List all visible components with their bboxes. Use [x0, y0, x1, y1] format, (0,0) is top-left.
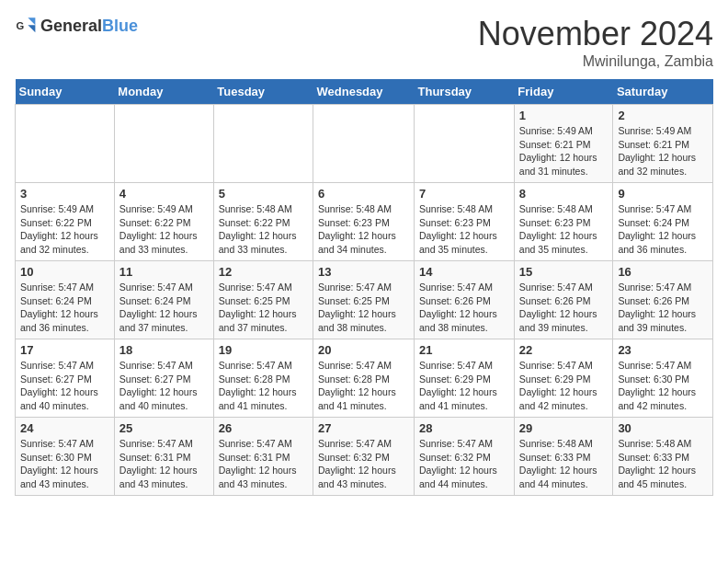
day-number: 11 — [119, 265, 209, 279]
calendar-cell: 13Sunrise: 5:47 AM Sunset: 6:25 PM Dayli… — [313, 261, 415, 339]
calendar-cell: 9Sunrise: 5:47 AM Sunset: 6:24 PM Daylig… — [613, 183, 713, 261]
calendar-cell: 23Sunrise: 5:47 AM Sunset: 6:30 PM Dayli… — [613, 339, 713, 418]
logo-text-general: General — [40, 17, 102, 35]
day-details: Sunrise: 5:48 AM Sunset: 6:23 PM Dayligh… — [519, 202, 609, 257]
day-number: 1 — [519, 109, 609, 122]
calendar-week-row: 17Sunrise: 5:47 AM Sunset: 6:27 PM Dayli… — [16, 339, 713, 418]
calendar-cell: 14Sunrise: 5:47 AM Sunset: 6:26 PM Dayli… — [415, 261, 515, 339]
day-details: Sunrise: 5:47 AM Sunset: 6:32 PM Dayligh… — [419, 437, 509, 491]
day-number: 14 — [419, 265, 509, 279]
calendar-cell: 6Sunrise: 5:48 AM Sunset: 6:23 PM Daylig… — [313, 183, 415, 261]
calendar-cell — [415, 105, 515, 183]
day-details: Sunrise: 5:47 AM Sunset: 6:30 PM Dayligh… — [618, 359, 708, 413]
calendar-cell: 11Sunrise: 5:47 AM Sunset: 6:24 PM Dayli… — [114, 261, 213, 339]
day-number: 5 — [219, 187, 308, 201]
day-number: 6 — [318, 187, 409, 201]
calendar-cell: 18Sunrise: 5:47 AM Sunset: 6:27 PM Dayli… — [114, 339, 213, 418]
day-number: 7 — [419, 187, 509, 201]
calendar-cell: 28Sunrise: 5:47 AM Sunset: 6:32 PM Dayli… — [415, 418, 515, 496]
day-details: Sunrise: 5:48 AM Sunset: 6:33 PM Dayligh… — [519, 437, 609, 491]
calendar-cell: 24Sunrise: 5:47 AM Sunset: 6:30 PM Dayli… — [16, 418, 115, 496]
day-details: Sunrise: 5:47 AM Sunset: 6:26 PM Dayligh… — [419, 281, 509, 335]
calendar-cell: 21Sunrise: 5:47 AM Sunset: 6:29 PM Dayli… — [415, 339, 515, 418]
day-details: Sunrise: 5:49 AM Sunset: 6:21 PM Dayligh… — [618, 124, 708, 178]
day-details: Sunrise: 5:47 AM Sunset: 6:24 PM Dayligh… — [20, 281, 109, 335]
calendar-table: SundayMondayTuesdayWednesdayThursdayFrid… — [15, 79, 713, 496]
calendar-cell: 19Sunrise: 5:47 AM Sunset: 6:28 PM Dayli… — [213, 339, 313, 418]
calendar-cell: 5Sunrise: 5:48 AM Sunset: 6:22 PM Daylig… — [213, 183, 313, 261]
location-subtitle: Mwinilunga, Zambia — [478, 53, 713, 70]
day-number: 3 — [20, 187, 109, 201]
day-details: Sunrise: 5:47 AM Sunset: 6:28 PM Dayligh… — [219, 359, 308, 413]
day-details: Sunrise: 5:47 AM Sunset: 6:32 PM Dayligh… — [318, 437, 409, 491]
day-number: 18 — [119, 343, 209, 357]
day-number: 4 — [119, 187, 209, 201]
day-number: 23 — [618, 343, 708, 357]
day-number: 10 — [20, 265, 109, 279]
calendar-cell: 17Sunrise: 5:47 AM Sunset: 6:27 PM Dayli… — [16, 339, 115, 418]
calendar-cell: 30Sunrise: 5:48 AM Sunset: 6:33 PM Dayli… — [613, 418, 713, 496]
calendar-header-saturday: Saturday — [613, 79, 713, 105]
calendar-cell — [313, 105, 415, 183]
title-area: November 2024 Mwinilunga, Zambia — [478, 15, 713, 70]
calendar-cell: 26Sunrise: 5:47 AM Sunset: 6:31 PM Dayli… — [213, 418, 313, 496]
day-number: 13 — [318, 265, 409, 279]
calendar-cell: 8Sunrise: 5:48 AM Sunset: 6:23 PM Daylig… — [514, 183, 613, 261]
logo: G GeneralBlue — [15, 15, 138, 37]
calendar-cell: 20Sunrise: 5:47 AM Sunset: 6:28 PM Dayli… — [313, 339, 415, 418]
day-number: 21 — [419, 343, 509, 357]
day-number: 16 — [618, 265, 708, 279]
day-details: Sunrise: 5:47 AM Sunset: 6:29 PM Dayligh… — [519, 359, 609, 413]
day-number: 25 — [119, 421, 209, 435]
day-number: 2 — [618, 109, 708, 122]
calendar-cell: 1Sunrise: 5:49 AM Sunset: 6:21 PM Daylig… — [514, 105, 613, 183]
day-details: Sunrise: 5:47 AM Sunset: 6:28 PM Dayligh… — [318, 359, 409, 413]
calendar-cell: 25Sunrise: 5:47 AM Sunset: 6:31 PM Dayli… — [114, 418, 213, 496]
day-details: Sunrise: 5:47 AM Sunset: 6:24 PM Dayligh… — [618, 202, 708, 257]
day-details: Sunrise: 5:47 AM Sunset: 6:29 PM Dayligh… — [419, 359, 509, 413]
day-details: Sunrise: 5:48 AM Sunset: 6:22 PM Dayligh… — [219, 202, 308, 257]
calendar-week-row: 3Sunrise: 5:49 AM Sunset: 6:22 PM Daylig… — [16, 183, 713, 261]
day-number: 28 — [419, 421, 509, 435]
day-number: 26 — [219, 421, 308, 435]
day-number: 29 — [519, 421, 609, 435]
day-details: Sunrise: 5:47 AM Sunset: 6:31 PM Dayligh… — [219, 437, 308, 491]
day-number: 8 — [519, 187, 609, 201]
day-details: Sunrise: 5:47 AM Sunset: 6:24 PM Dayligh… — [119, 281, 209, 335]
calendar-cell — [114, 105, 213, 183]
calendar-week-row: 10Sunrise: 5:47 AM Sunset: 6:24 PM Dayli… — [16, 261, 713, 339]
calendar-header-thursday: Thursday — [415, 79, 515, 105]
calendar-cell: 29Sunrise: 5:48 AM Sunset: 6:33 PM Dayli… — [514, 418, 613, 496]
day-number: 15 — [519, 265, 609, 279]
svg-text:G: G — [17, 20, 25, 31]
day-details: Sunrise: 5:49 AM Sunset: 6:22 PM Dayligh… — [119, 202, 209, 257]
day-number: 27 — [318, 421, 409, 435]
day-number: 30 — [618, 421, 708, 435]
day-details: Sunrise: 5:47 AM Sunset: 6:31 PM Dayligh… — [119, 437, 209, 491]
calendar-header-monday: Monday — [114, 79, 213, 105]
calendar-cell: 12Sunrise: 5:47 AM Sunset: 6:25 PM Dayli… — [213, 261, 313, 339]
day-details: Sunrise: 5:47 AM Sunset: 6:25 PM Dayligh… — [219, 281, 308, 335]
day-number: 9 — [618, 187, 708, 201]
day-details: Sunrise: 5:49 AM Sunset: 6:22 PM Dayligh… — [20, 202, 109, 257]
day-details: Sunrise: 5:47 AM Sunset: 6:25 PM Dayligh… — [318, 281, 409, 335]
logo-text-blue: Blue — [102, 17, 138, 35]
calendar-header-wednesday: Wednesday — [313, 79, 415, 105]
day-number: 20 — [318, 343, 409, 357]
day-details: Sunrise: 5:49 AM Sunset: 6:21 PM Dayligh… — [519, 124, 609, 178]
day-number: 17 — [20, 343, 109, 357]
day-details: Sunrise: 5:47 AM Sunset: 6:27 PM Dayligh… — [119, 359, 209, 413]
day-number: 19 — [219, 343, 308, 357]
day-details: Sunrise: 5:47 AM Sunset: 6:26 PM Dayligh… — [618, 281, 708, 335]
calendar-week-row: 1Sunrise: 5:49 AM Sunset: 6:21 PM Daylig… — [16, 105, 713, 183]
day-details: Sunrise: 5:47 AM Sunset: 6:27 PM Dayligh… — [20, 359, 109, 413]
day-details: Sunrise: 5:47 AM Sunset: 6:30 PM Dayligh… — [20, 437, 109, 491]
day-number: 22 — [519, 343, 609, 357]
calendar-body: 1Sunrise: 5:49 AM Sunset: 6:21 PM Daylig… — [16, 105, 713, 496]
calendar-cell: 15Sunrise: 5:47 AM Sunset: 6:26 PM Dayli… — [514, 261, 613, 339]
calendar-cell: 3Sunrise: 5:49 AM Sunset: 6:22 PM Daylig… — [16, 183, 115, 261]
day-details: Sunrise: 5:48 AM Sunset: 6:23 PM Dayligh… — [419, 202, 509, 257]
logo-icon: G — [15, 15, 37, 37]
calendar-cell: 2Sunrise: 5:49 AM Sunset: 6:21 PM Daylig… — [613, 105, 713, 183]
calendar-week-row: 24Sunrise: 5:47 AM Sunset: 6:30 PM Dayli… — [16, 418, 713, 496]
